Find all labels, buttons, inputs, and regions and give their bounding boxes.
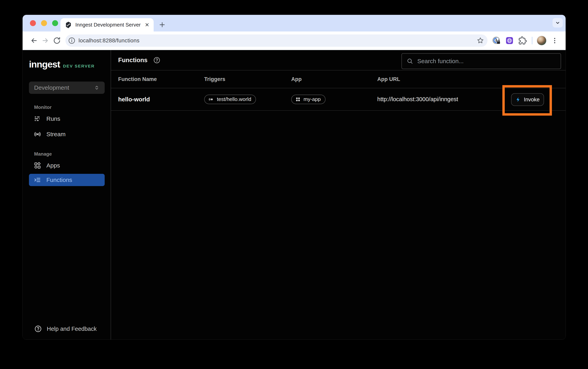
stream-icon xyxy=(34,130,41,138)
dev-server-badge: DEV SERVER xyxy=(63,64,95,69)
functions-help-icon[interactable] xyxy=(153,56,161,64)
tab-strip: Inngest Development Server ✕ xyxy=(23,15,566,31)
tab-title: Inngest Development Server xyxy=(75,22,142,28)
help-and-feedback[interactable]: Help and Feedback xyxy=(29,325,105,333)
page-title: Functions xyxy=(118,57,147,64)
purple-extension-icon[interactable] xyxy=(504,35,515,46)
address-bar[interactable]: localhost:8288/functions xyxy=(65,34,487,47)
toolbar-extensions xyxy=(491,35,560,46)
browser-toolbar: localhost:8288/functions xyxy=(23,31,566,50)
bookmark-star-icon[interactable] xyxy=(476,37,484,45)
toolbar-divider xyxy=(532,37,532,44)
chevron-up-down-icon xyxy=(94,85,100,91)
column-function-name: Function Name xyxy=(118,76,204,82)
logo: inngest DEV SERVER xyxy=(29,59,105,70)
window-controls xyxy=(30,20,58,26)
browser-window: Inngest Development Server ✕ localhost:8… xyxy=(22,15,566,340)
app-grid-icon xyxy=(295,97,301,102)
column-app: App xyxy=(291,76,377,82)
event-broadcast-icon xyxy=(208,96,214,102)
app-name: my-app xyxy=(304,96,321,102)
close-window-button[interactable] xyxy=(30,20,36,26)
table-row[interactable]: hello-world test/hello.world xyxy=(111,88,566,111)
zoom-window-button[interactable] xyxy=(52,20,58,26)
password-manager-extension-icon[interactable] xyxy=(491,35,502,46)
tab-close-icon[interactable]: ✕ xyxy=(145,22,149,28)
inngest-logo-text: inngest xyxy=(29,59,60,70)
sidebar-item-label: Apps xyxy=(46,162,60,169)
trigger-name: test/hello.world xyxy=(217,96,251,102)
apps-icon xyxy=(34,162,41,169)
sidebar-item-label: Runs xyxy=(46,115,60,122)
invoke-button-label: Invoke xyxy=(524,97,540,103)
sidebar-section-monitor: Monitor xyxy=(34,105,105,110)
environment-selector-value: Development xyxy=(34,84,94,91)
sidebar-item-label: Stream xyxy=(46,131,66,138)
main-panel: Functions Function Name Triggers App App… xyxy=(111,50,566,339)
function-name-cell[interactable]: hello-world xyxy=(118,96,204,103)
browser-menu-icon[interactable] xyxy=(549,35,560,46)
column-app-url: App URL xyxy=(377,76,566,82)
sidebar-item-apps[interactable]: Apps xyxy=(29,159,105,172)
tab-search-chevron-button[interactable] xyxy=(553,18,563,28)
runs-icon xyxy=(34,115,41,122)
extensions-puzzle-icon[interactable] xyxy=(517,35,528,46)
app-pill[interactable]: my-app xyxy=(291,95,326,104)
reload-button[interactable] xyxy=(51,35,63,46)
profile-avatar[interactable] xyxy=(536,35,547,46)
sidebar-item-stream[interactable]: Stream xyxy=(29,128,105,141)
inngest-favicon-icon xyxy=(65,21,72,29)
search-icon xyxy=(407,58,413,65)
functions-icon xyxy=(34,176,41,184)
sidebar-item-functions[interactable]: Functions xyxy=(29,174,105,186)
help-and-feedback-label: Help and Feedback xyxy=(47,326,97,332)
column-triggers: Triggers xyxy=(204,76,291,82)
new-tab-button[interactable] xyxy=(157,19,168,30)
circled-question-icon xyxy=(34,325,42,333)
invoke-button[interactable]: Invoke xyxy=(511,93,544,106)
browser-tab[interactable]: Inngest Development Server ✕ xyxy=(61,18,154,31)
back-button[interactable] xyxy=(28,35,40,46)
table-header: Function Name Triggers App App URL xyxy=(111,70,566,88)
sidebar-item-label: Functions xyxy=(46,177,72,183)
sidebar-section-manage: Manage xyxy=(34,151,105,157)
url-text[interactable]: localhost:8288/functions xyxy=(78,37,476,44)
search-input[interactable] xyxy=(417,58,557,65)
trigger-pill[interactable]: test/hello.world xyxy=(204,95,256,104)
app-content: inngest DEV SERVER Development Monitor xyxy=(23,50,566,339)
search-function-box[interactable] xyxy=(401,53,561,69)
forward-button[interactable] xyxy=(40,35,51,46)
sidebar: inngest DEV SERVER Development Monitor xyxy=(23,50,111,339)
sidebar-item-runs[interactable]: Runs xyxy=(29,112,105,126)
site-info-icon[interactable] xyxy=(68,37,76,45)
environment-selector[interactable]: Development xyxy=(29,81,105,94)
lightning-bolt-icon xyxy=(515,97,521,102)
minimize-window-button[interactable] xyxy=(41,20,47,26)
